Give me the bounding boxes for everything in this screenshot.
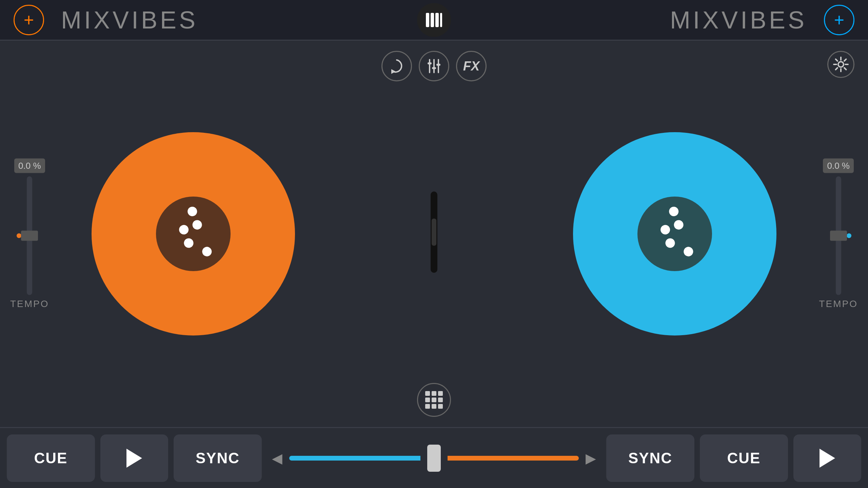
left-tempo-value: 0.0 % [14,159,45,173]
top-bar-left: + MIXVIBES [14,5,417,35]
svg-rect-19 [436,64,440,66]
right-tempo-slider[interactable]: 0.0 % TEMPO [819,159,858,309]
dot [668,205,680,218]
fx-label: FX [463,59,480,74]
left-tempo-dot [17,233,21,238]
grid-button[interactable] [417,383,451,417]
crossfader-left-arrow: ◀ [272,450,282,466]
left-turntable-center [156,197,231,271]
svg-rect-0 [426,13,429,27]
center-top-buttons: FX [381,51,487,81]
right-play-icon [820,449,835,468]
left-tempo-track[interactable] [27,177,32,295]
crossfader-left-track [289,456,420,461]
dot [191,219,203,231]
right-sync-button[interactable]: SYNC [606,434,694,482]
right-cue-button[interactable]: CUE [700,434,788,482]
crossfader-container: ◀ ▶ [262,445,606,472]
right-deck-title: MIXVIBES [670,6,807,34]
add-track-right-button[interactable]: + [824,5,854,35]
right-deck: 0.0 % TEMPO [481,47,868,420]
left-sync-button[interactable]: SYNC [174,434,262,482]
loop-icon [389,58,405,74]
right-transport-buttons: SYNC CUE [606,434,861,482]
dot [673,219,685,231]
right-tempo-value: 0.0 % [823,159,854,173]
svg-marker-13 [391,69,396,74]
svg-rect-2 [435,13,439,27]
dot [682,245,694,258]
top-bar-right: MIXVIBES + [451,5,854,35]
dot [664,237,676,249]
mixer-fader-handle[interactable] [432,219,436,246]
center-menu-button[interactable] [417,3,451,37]
eq-button[interactable] [419,51,449,81]
right-play-button[interactable] [793,434,861,482]
mixer-fader[interactable] [431,191,437,273]
left-transport-buttons: CUE SYNC [7,434,262,482]
main-area: 0.0 % TEMPO [0,41,868,427]
svg-rect-1 [431,13,434,27]
top-bar-center [417,3,451,37]
top-bar: + MIXVIBES MIXVIBES + [0,0,868,41]
right-tempo-dot [847,233,851,238]
right-turntable-dots [654,205,695,262]
crossfader-right-track [448,456,579,461]
left-tempo-label: TEMPO [10,299,49,309]
grid-icon [425,391,443,409]
right-turntable[interactable] [573,132,776,336]
crossfader-right-arrow: ▶ [586,450,596,466]
dot [178,224,190,236]
dot [183,237,195,249]
left-turntable[interactable] [92,132,295,336]
left-deck: 0.0 % TEMPO [0,47,387,420]
bars-icon [425,12,443,28]
left-tempo-handle[interactable] [21,231,38,241]
right-tempo-label: TEMPO [819,299,858,309]
right-tempo-track[interactable] [836,177,841,295]
left-play-icon [126,449,142,468]
left-play-button[interactable] [100,434,168,482]
bottom-bar: CUE SYNC ◀ ▶ SYNC CUE [0,427,868,488]
left-tempo-slider[interactable]: 0.0 % TEMPO [10,159,49,309]
left-cue-button[interactable]: CUE [7,434,95,482]
eq-icon [426,58,442,74]
dot [201,245,213,258]
dot [186,205,198,218]
dot [659,224,671,236]
svg-rect-3 [440,13,442,27]
right-tempo-handle[interactable] [830,231,847,241]
svg-rect-17 [428,62,432,64]
crossfader-handle[interactable] [427,445,441,472]
center-controls: FX [387,47,481,420]
svg-rect-18 [432,67,436,69]
left-turntable-dots [173,205,214,262]
right-turntable-center [637,197,712,271]
add-track-left-button[interactable]: + [14,5,44,35]
left-deck-title: MIXVIBES [61,6,198,34]
